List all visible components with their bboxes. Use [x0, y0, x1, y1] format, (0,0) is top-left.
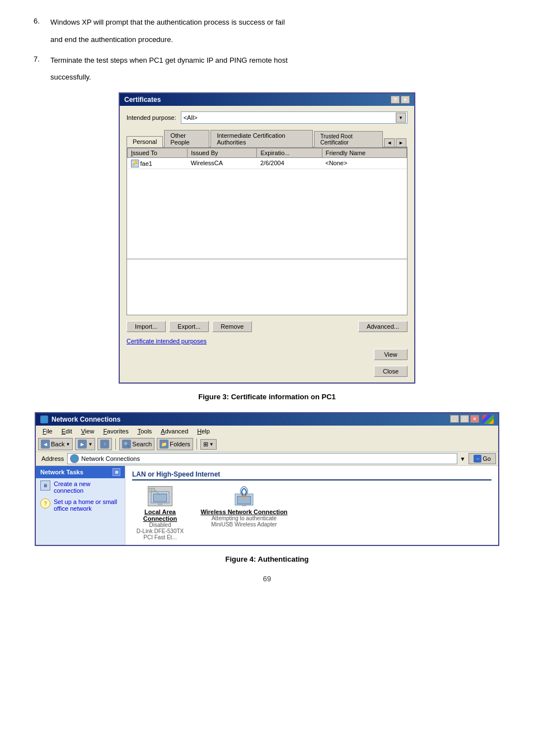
step7-number: 7.: [34, 55, 50, 67]
col-header-issued-by[interactable]: Issued By: [188, 148, 257, 158]
folders-button[interactable]: 📁 Folders: [157, 438, 193, 450]
cell-issued-to: 🔑 fae1: [128, 158, 188, 169]
local-area-connection-label: Local Area Connection: [132, 508, 188, 522]
forward-dropdown[interactable]: ▼: [88, 442, 92, 447]
col-header-issued-to[interactable]: Issued To: [128, 148, 188, 158]
search-button[interactable]: 🔍 Search: [119, 438, 154, 450]
wireless-connection-label: Wireless Network Connection: [200, 508, 287, 515]
maximize-button[interactable]: □: [460, 415, 469, 423]
menu-bar: File Edit View Favorites Tools Advanced …: [36, 426, 498, 437]
wireless-connection-svg: [232, 486, 256, 506]
tab-scroll-right[interactable]: ►: [396, 138, 406, 147]
back-label: Back: [51, 441, 64, 447]
back-icon: ◀: [41, 440, 50, 449]
menu-advanced[interactable]: Advanced: [156, 427, 193, 436]
cert-icon: 🔑 fae1: [131, 160, 152, 167]
table-row[interactable]: 🔑 fae1 WirelessCA 2/6/2004 <None>: [128, 158, 407, 169]
remove-button[interactable]: Remove: [212, 321, 252, 332]
address-dropdown[interactable]: ▼: [457, 456, 467, 462]
svg-point-8: [243, 495, 246, 498]
col-header-friendly-name[interactable]: Friendly Name: [322, 148, 406, 158]
go-button[interactable]: → Go: [469, 453, 496, 464]
menu-edit[interactable]: Edit: [57, 427, 77, 436]
views-icon: ⊞: [203, 441, 208, 448]
search-label: Search: [132, 441, 152, 447]
search-icon: 🔍: [122, 440, 131, 449]
folders-label: Folders: [170, 441, 190, 447]
address-value: Network Connections: [81, 455, 140, 462]
view-button[interactable]: View: [374, 349, 407, 360]
cert-intended-link[interactable]: Certificate intended purposes: [127, 338, 207, 344]
wireless-connection-item[interactable]: Wireless Network Connection Attempting t…: [199, 485, 289, 540]
dropdown-arrow-icon[interactable]: ▼: [396, 113, 406, 123]
local-area-connection-icon: [148, 486, 172, 506]
sidebar-item-create-connection[interactable]: 🖥 Create a new connection: [36, 478, 125, 496]
step7-line1: Terminate the test steps when PC1 get dy…: [50, 55, 288, 67]
address-globe-icon: 🌐: [70, 454, 79, 463]
local-area-connection-item[interactable]: Local Area Connection Disabled D-Link DF…: [132, 485, 188, 540]
col-header-expiration[interactable]: Expiratio...: [257, 148, 322, 158]
up-button[interactable]: ↑: [97, 438, 112, 450]
titlebar-buttons: ? ×: [391, 96, 410, 104]
connections-grid: Local Area Connection Disabled D-Link DF…: [132, 485, 491, 540]
close-button-netconn[interactable]: ×: [470, 415, 479, 423]
network-connections-wrapper: 🌐 Network Connections _ □ × File Edit Vi…: [34, 412, 500, 546]
advanced-button[interactable]: Advanced...: [358, 321, 407, 332]
tab-intermediate-ca[interactable]: Intermediate Certification Authorities: [210, 130, 313, 147]
intended-purpose-row: Intended purpose: <All> ▼: [127, 111, 407, 124]
help-button[interactable]: ?: [391, 96, 400, 104]
tab-personal[interactable]: Personal: [127, 136, 163, 147]
intended-purpose-dropdown[interactable]: <All> ▼: [181, 111, 407, 124]
menu-help[interactable]: Help: [193, 427, 214, 436]
view-button-row: View: [127, 349, 407, 360]
sidebar-item-home-network[interactable]: ? Set up a home or small office network: [36, 496, 125, 514]
tab-scroll-left[interactable]: ◄: [384, 138, 395, 147]
network-connections-window: 🌐 Network Connections _ □ × File Edit Vi…: [35, 412, 499, 546]
table-empty-space: [127, 259, 407, 315]
dialog-content: Intended purpose: <All> ▼ Personal Other…: [120, 106, 414, 382]
close-button-titlebar[interactable]: ×: [401, 96, 410, 104]
netconn-title: Network Connections: [51, 416, 120, 423]
cell-expiration: 2/6/2004: [257, 158, 322, 169]
address-input[interactable]: 🌐 Network Connections: [67, 453, 457, 464]
local-area-connection-device: D-Link DFE-530TX PCI Fast Et...: [132, 528, 188, 540]
local-area-connection-icon-box: [147, 485, 174, 507]
home-network-icon: ?: [40, 498, 50, 508]
views-dropdown[interactable]: ▼: [209, 442, 214, 447]
menu-file[interactable]: File: [38, 427, 57, 436]
go-arrow-icon: →: [474, 455, 481, 463]
page-number: 69: [34, 575, 500, 583]
tab-trusted-root[interactable]: Trusted Root Certificatior: [314, 131, 383, 147]
back-dropdown[interactable]: ▼: [65, 442, 70, 447]
import-button[interactable]: Import...: [127, 321, 166, 332]
intended-purpose-label: Intended purpose:: [127, 114, 176, 121]
sidebar-section-header: Network Tasks ⊗: [36, 466, 125, 478]
sidebar-collapse-button[interactable]: ⊗: [113, 468, 120, 476]
netconn-main-area: Network Tasks ⊗ 🖥 Create a new connectio…: [36, 466, 498, 545]
tab-other-people[interactable]: Other People: [164, 130, 209, 147]
address-bar: Address 🌐 Network Connections ▼ → Go: [36, 452, 498, 466]
minimize-button[interactable]: _: [450, 415, 459, 423]
svg-rect-2: [158, 503, 162, 505]
create-connection-icon: 🖥: [40, 480, 50, 491]
menu-view[interactable]: View: [77, 427, 99, 436]
close-dialog-button[interactable]: Close: [374, 366, 407, 377]
home-network-label: Set up a home or small office network: [54, 498, 120, 512]
export-button[interactable]: Export...: [169, 321, 209, 332]
close-button-row: Close: [127, 363, 407, 377]
step7-line2: successfully.: [50, 72, 500, 83]
lan-connection-svg: [149, 487, 171, 505]
address-label: Address: [38, 455, 67, 463]
help-circle-icon: ?: [40, 498, 50, 508]
certificate-table: Issued To Issued By Expiratio... Friendl…: [127, 148, 407, 169]
step6-line1: Windows XP will prompt that the authenti…: [50, 17, 285, 29]
wireless-connection-icon-box: [231, 485, 257, 507]
views-button[interactable]: ⊞ ▼: [200, 439, 217, 450]
back-button[interactable]: ◀ Back ▼: [38, 438, 73, 450]
certificate-table-container: Issued To Issued By Expiratio... Friendl…: [127, 147, 407, 259]
menu-favorites[interactable]: Favorites: [99, 427, 133, 436]
svg-point-5: [151, 489, 153, 491]
menu-tools[interactable]: Tools: [133, 427, 157, 436]
figure4-caption: Figure 4: Authenticating: [34, 555, 500, 563]
forward-button[interactable]: ▶ ▼: [75, 438, 95, 450]
